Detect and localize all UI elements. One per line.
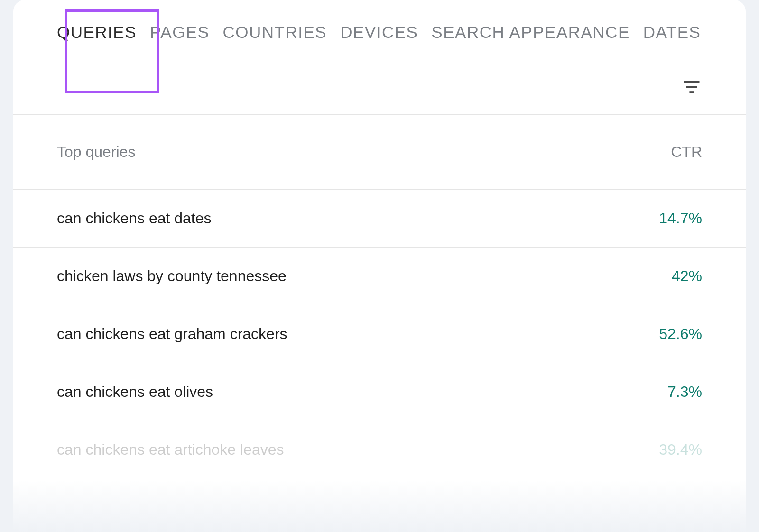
query-text: can chickens eat artichoke leaves xyxy=(57,441,284,459)
ctr-value: 14.7% xyxy=(659,210,702,227)
table-row[interactable]: can chickens eat artichoke leaves 39.4% xyxy=(13,421,746,478)
filter-row xyxy=(13,61,746,115)
ctr-value: 7.3% xyxy=(667,383,702,401)
tab-pages[interactable]: PAGES xyxy=(150,23,210,42)
ctr-value: 42% xyxy=(672,267,702,285)
report-card: QUERIES PAGES COUNTRIES DEVICES SEARCH A… xyxy=(13,0,746,532)
svg-rect-0 xyxy=(684,81,700,83)
table-row[interactable]: can chickens eat dates 14.7% xyxy=(13,190,746,248)
table-row[interactable]: chicken laws by county tennessee 42% xyxy=(13,248,746,305)
tabs-bar: QUERIES PAGES COUNTRIES DEVICES SEARCH A… xyxy=(13,0,746,61)
svg-rect-1 xyxy=(686,86,697,88)
table-row[interactable]: can chickens eat graham crackers 52.6% xyxy=(13,305,746,363)
svg-rect-2 xyxy=(689,91,694,93)
query-text: can chickens eat dates xyxy=(57,210,212,227)
ctr-value: 39.4% xyxy=(659,441,702,459)
filter-icon[interactable] xyxy=(681,76,702,99)
tab-queries[interactable]: QUERIES xyxy=(57,23,137,42)
query-text: can chickens eat olives xyxy=(57,383,213,401)
header-top-queries: Top queries xyxy=(57,143,135,161)
tab-search-appearance[interactable]: SEARCH APPEARANCE xyxy=(431,23,629,42)
header-ctr: CTR xyxy=(671,143,702,161)
table-row[interactable]: can chickens eat olives 7.3% xyxy=(13,363,746,421)
ctr-value: 52.6% xyxy=(659,325,702,343)
query-text: can chickens eat graham crackers xyxy=(57,325,287,343)
query-text: chicken laws by county tennessee xyxy=(57,267,287,285)
tab-countries[interactable]: COUNTRIES xyxy=(223,23,327,42)
tab-dates[interactable]: DATES xyxy=(643,23,701,42)
table-header: Top queries CTR xyxy=(13,115,746,190)
tab-devices[interactable]: DEVICES xyxy=(340,23,418,42)
